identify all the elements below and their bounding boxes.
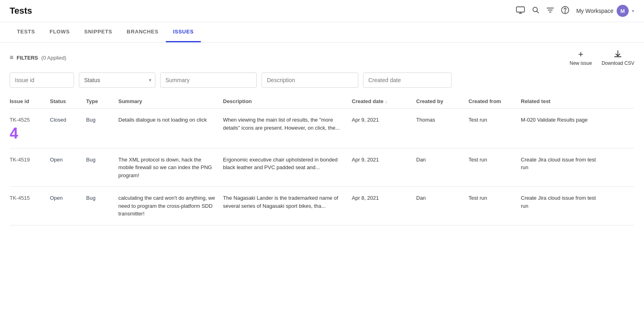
col-related-test: Related test [521, 98, 601, 104]
issue-id-filter[interactable] [10, 72, 74, 88]
nav-item-branches[interactable]: BRANCHES [120, 22, 166, 42]
cell-description: The Nagasaki Lander is the trademarked n… [223, 194, 352, 210]
filters-label: FILTERS [17, 55, 38, 61]
filters-count: (0 Applied) [41, 55, 66, 61]
plus-icon: + [578, 49, 584, 60]
download-icon [613, 50, 622, 60]
cell-created-by: Thomas [416, 116, 469, 124]
summary-filter[interactable] [160, 72, 257, 88]
cell-related-test: M-020 Validate Results page [521, 116, 601, 124]
status-filter-wrapper: Status Open Closed ▾ [79, 72, 155, 88]
svg-point-9 [565, 12, 566, 12]
svg-line-4 [537, 11, 539, 13]
cell-summary: Details dialogue is not loading on click [118, 116, 223, 124]
nav-item-snippets[interactable]: SNIPPETS [77, 22, 120, 42]
col-description: Description [223, 98, 352, 104]
cell-created-by: Dan [416, 194, 469, 202]
issues-table: Issue id Status Type Summary Description… [0, 94, 644, 225]
search-icon[interactable] [532, 6, 539, 16]
sort-icon: ↓ [385, 99, 388, 104]
cell-description: When viewing the main list of results, t… [223, 116, 352, 132]
cell-summary: The XML protocol is down, hack the mobil… [118, 156, 223, 180]
cell-status: Open [50, 156, 86, 164]
col-created-from: Created from [469, 98, 521, 104]
col-summary: Summary [118, 98, 223, 104]
cell-related-test: Create Jira cloud issue from test run [521, 194, 601, 210]
cell-related-test: Create Jira cloud issue from test run [521, 156, 601, 172]
cell-issue-id: TK-4519 [10, 156, 50, 164]
header: Tests [0, 0, 644, 22]
svg-rect-0 [516, 7, 524, 12]
description-filter[interactable] [262, 72, 358, 88]
cell-created-by: Dan [416, 156, 469, 164]
filter-icon[interactable] [547, 7, 554, 15]
filters-area[interactable]: ≡ FILTERS (0 Applied) [10, 54, 66, 61]
table-row[interactable]: TK-4525 4 Closed Bug Details dialogue is… [10, 109, 634, 149]
new-issue-label: New issue [570, 60, 592, 66]
created-date-filter[interactable] [363, 72, 452, 88]
avatar: M [617, 5, 629, 17]
chevron-down-icon: ▾ [632, 8, 634, 14]
download-csv-label: Download CSV [602, 60, 634, 66]
col-created-date[interactable]: Created date ↓ [352, 98, 416, 104]
cell-created-date: Apr 9, 2021 [352, 156, 416, 164]
nav-item-tests[interactable]: TESTS [10, 22, 42, 42]
cell-issue-id: TK-4525 4 [10, 116, 50, 141]
nav-item-issues[interactable]: ISSUES [166, 22, 201, 42]
table-row[interactable]: TK-4519 Open Bug The XML protocol is dow… [10, 149, 634, 187]
workspace-label: My Workspace [576, 8, 613, 14]
cell-type: Bug [86, 156, 118, 164]
cell-issue-id: TK-4515 [10, 194, 50, 202]
toolbar-actions: + New issue Download CSV [570, 49, 634, 66]
filter-lines-icon: ≡ [10, 54, 13, 61]
app-title: Tests [10, 6, 32, 16]
cell-type: Bug [86, 116, 118, 124]
nav-item-flows[interactable]: FLOWS [42, 22, 77, 42]
cell-status: Closed [50, 116, 86, 124]
table-row[interactable]: TK-4515 Open Bug calculating the card wo… [10, 187, 634, 225]
nav: TESTS FLOWS SNIPPETS BRANCHES ISSUES [0, 22, 644, 43]
help-icon[interactable] [561, 6, 569, 16]
col-status: Status [50, 98, 86, 104]
cell-status: Open [50, 194, 86, 202]
monitor-icon[interactable] [516, 6, 525, 16]
filter-inputs-row: Status Open Closed ▾ [0, 72, 644, 94]
cell-created-date: Apr 8, 2021 [352, 194, 416, 202]
col-created-by: Created by [416, 98, 469, 104]
toolbar: ≡ FILTERS (0 Applied) + New issue Downlo… [0, 43, 644, 72]
cell-created-from: Test run [469, 194, 521, 202]
cell-summary: calculating the card won't do anything, … [118, 194, 223, 218]
new-issue-button[interactable]: + New issue [570, 49, 592, 66]
cell-created-from: Test run [469, 116, 521, 124]
download-csv-button[interactable]: Download CSV [602, 50, 634, 66]
header-right: My Workspace M ▾ [516, 5, 634, 17]
cell-created-from: Test run [469, 156, 521, 164]
col-issue-id: Issue id [10, 98, 50, 104]
cell-created-date: Apr 9, 2021 [352, 116, 416, 124]
table-header: Issue id Status Type Summary Description… [10, 94, 634, 109]
workspace-selector[interactable]: My Workspace M ▾ [576, 5, 634, 17]
col-type: Type [86, 98, 118, 104]
cell-type: Bug [86, 194, 118, 202]
cell-description: Ergonomic executive chair upholstered in… [223, 156, 352, 172]
status-filter[interactable]: Status Open Closed [79, 72, 155, 88]
